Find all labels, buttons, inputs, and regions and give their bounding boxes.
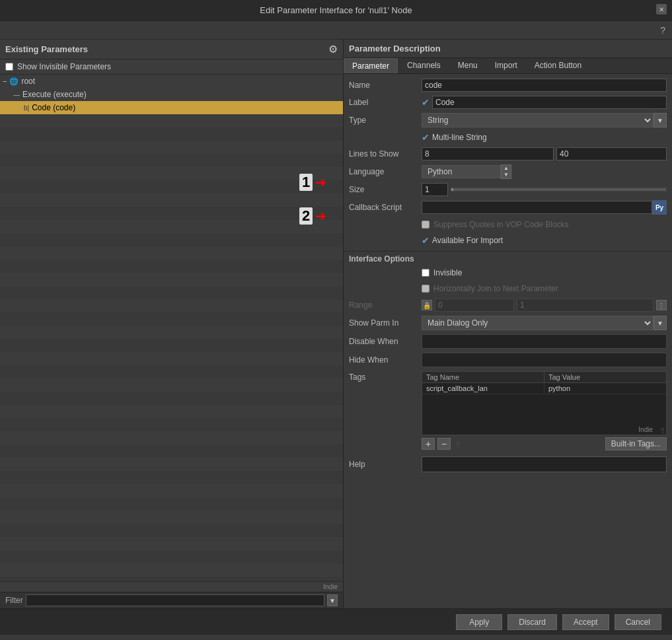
- tags-col2-header: Tag Value: [548, 373, 580, 381]
- type-select[interactable]: String: [422, 113, 653, 127]
- invisible-label: Invisible: [433, 268, 462, 277]
- suppress-checkbox[interactable]: [422, 221, 429, 229]
- label-check-icon: ✔: [422, 97, 429, 108]
- close-button[interactable]: ✕: [656, 4, 667, 15]
- left-panel: Existing Parameters ⚙ Show Invisible Par…: [0, 40, 344, 608]
- tab-parameter[interactable]: Parameter: [344, 58, 398, 73]
- right-panel: Parameter Description Parameter Channels…: [344, 40, 672, 608]
- tags-col1-header: Tag Name: [426, 373, 459, 381]
- interface-options-label: Interface Options: [349, 254, 414, 264]
- cancel-button[interactable]: Cancel: [615, 614, 661, 630]
- range-dots-icon[interactable]: ⋮: [656, 300, 667, 310]
- hide-when-label: Hide When: [349, 355, 422, 365]
- range-input1[interactable]: [435, 299, 514, 312]
- root-globe-icon: 🌐: [9, 77, 19, 86]
- help-label: Help: [349, 460, 422, 469]
- hide-when-input[interactable]: [422, 353, 667, 367]
- size-label: Size: [349, 185, 422, 194]
- name-input[interactable]: [422, 79, 667, 92]
- title-bar: Edit Parameter Interface for 'null1' Nod…: [0, 0, 672, 21]
- show-parm-label: Show Parm In: [349, 318, 422, 328]
- tags-resize-handle: ⣿: [453, 441, 463, 447]
- horiz-join-label: Horizontally Join to Next Parameter: [433, 284, 558, 293]
- tags-add-btn[interactable]: +: [422, 438, 435, 450]
- size-input[interactable]: [422, 183, 448, 196]
- tree-item-execute[interactable]: — Execute (execute): [0, 88, 343, 101]
- title-text: Edit Parameter Interface for 'null1' Nod…: [260, 5, 412, 15]
- callback-label: Callback Script: [349, 203, 422, 212]
- lines-input2[interactable]: [556, 147, 667, 160]
- show-invisible-label: Show Invisible Parameters: [17, 62, 111, 71]
- indie-text-left: Indie: [0, 581, 343, 592]
- suppress-label: Suppress Quotes in VOP Code Blocks: [433, 220, 569, 229]
- discard-button[interactable]: Discard: [507, 614, 557, 630]
- type-dropdown-btn[interactable]: ▼: [653, 113, 667, 127]
- available-check-icon: ✔: [422, 235, 429, 246]
- available-label: Available For Import: [432, 236, 503, 245]
- param-form: Name Label ✔ Type String: [344, 74, 672, 608]
- tags-table: script_callback_lan python ⣿ Indie: [422, 382, 667, 435]
- help-input[interactable]: [422, 456, 667, 472]
- disable-when-label: Disable When: [349, 337, 422, 346]
- language-input[interactable]: [422, 165, 501, 178]
- tag-name-1: script_callback_lan: [426, 384, 488, 392]
- accept-button[interactable]: Accept: [562, 614, 609, 630]
- language-up-arrow[interactable]: ▲: [502, 165, 511, 172]
- show-invisible-checkbox[interactable]: [5, 63, 13, 71]
- tags-remove-btn[interactable]: −: [437, 438, 451, 450]
- tab-action-button[interactable]: Action Button: [527, 58, 589, 73]
- apply-button[interactable]: Apply: [456, 614, 502, 630]
- tab-channels[interactable]: Channels: [399, 58, 449, 73]
- existing-params-label: Existing Parameters: [5, 44, 88, 54]
- execute-label: Execute (execute): [22, 90, 87, 99]
- tab-import[interactable]: Import: [487, 58, 525, 73]
- label-label: Label: [349, 98, 422, 107]
- horiz-join-checkbox[interactable]: [422, 285, 429, 293]
- type-label: Type: [349, 116, 422, 125]
- indie-text-tags: Indie: [638, 426, 653, 433]
- show-parm-select[interactable]: Main Dialog Only: [422, 316, 653, 330]
- show-parm-arrow-btn[interactable]: ▼: [653, 316, 667, 330]
- gear-icon[interactable]: ⚙: [328, 43, 338, 55]
- help-icon[interactable]: ?: [660, 25, 665, 36]
- code-icon: b|: [24, 104, 29, 112]
- param-tree: − 🌐 root — Execute (execute) b| Code (co…: [0, 75, 343, 581]
- label-input[interactable]: [432, 96, 667, 109]
- range-input2[interactable]: [517, 299, 653, 312]
- bottom-bar: Apply Discard Accept Cancel: [0, 608, 672, 635]
- name-label: Name: [349, 81, 422, 90]
- tags-row-1[interactable]: script_callback_lan python: [422, 383, 666, 394]
- builtin-tags-btn[interactable]: Built-in Tags...: [605, 437, 667, 450]
- code-label: Code (code): [32, 103, 75, 112]
- lines-label: Lines to Show: [349, 149, 422, 159]
- root-expand-icon: −: [3, 77, 7, 85]
- language-label: Language: [349, 167, 422, 176]
- tree-item-root[interactable]: − 🌐 root: [0, 75, 343, 88]
- param-desc-header: Parameter Description: [349, 44, 441, 53]
- execute-icon: —: [13, 91, 20, 98]
- language-down-arrow[interactable]: ▼: [502, 172, 511, 178]
- tree-empty-rows: [0, 114, 343, 581]
- range-lock-icon[interactable]: 🔒: [422, 300, 432, 310]
- multiline-check-icon: ✔: [422, 132, 429, 143]
- filter-dropdown-btn[interactable]: ▼: [327, 594, 338, 606]
- tags-label: Tags: [349, 371, 422, 382]
- tree-item-code[interactable]: b| Code (code): [0, 101, 343, 114]
- tag-value-1: python: [548, 384, 570, 392]
- invisible-checkbox[interactable]: [422, 269, 429, 277]
- lines-input1[interactable]: [422, 147, 554, 160]
- disable-when-input[interactable]: [422, 334, 667, 349]
- filter-label: Filter: [5, 596, 23, 605]
- range-label: Range: [349, 301, 422, 310]
- root-label: root: [21, 77, 35, 86]
- filter-input[interactable]: [26, 594, 324, 606]
- multiline-label: Multi-line String: [432, 133, 487, 142]
- callback-input[interactable]: [422, 201, 652, 214]
- python-script-btn[interactable]: Py: [652, 200, 667, 215]
- size-slider[interactable]: [451, 188, 667, 192]
- tab-menu[interactable]: Menu: [450, 58, 486, 73]
